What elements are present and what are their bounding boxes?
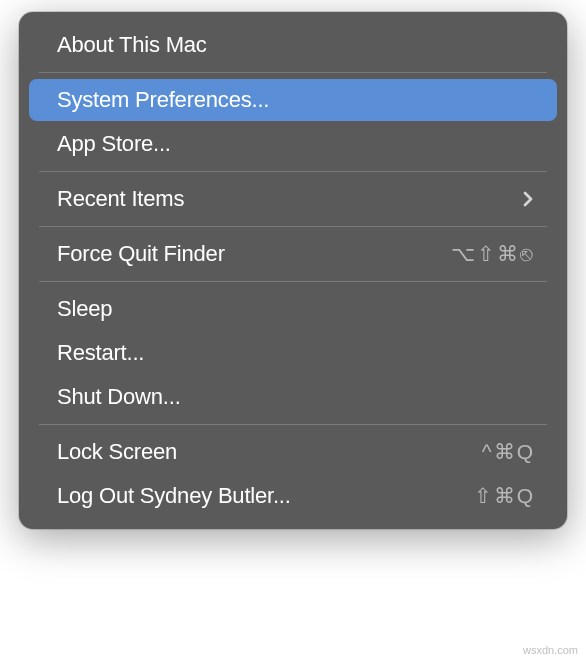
menu-item-label: Log Out Sydney Butler... — [57, 483, 291, 509]
menu-item-label: Sleep — [57, 296, 112, 322]
menu-item-recent-items[interactable]: Recent Items — [29, 178, 557, 220]
menu-item-restart[interactable]: Restart... — [29, 332, 557, 374]
menu-divider — [39, 226, 547, 227]
keyboard-shortcut: ⇧⌘Q — [474, 484, 535, 508]
menu-item-label: Recent Items — [57, 186, 184, 212]
chevron-right-icon — [521, 189, 535, 209]
watermark-text: wsxdn.com — [523, 644, 578, 656]
keyboard-shortcut: ⌥⇧⌘⎋ — [451, 242, 535, 266]
menu-item-sleep[interactable]: Sleep — [29, 288, 557, 330]
menu-divider — [39, 72, 547, 73]
menu-item-lock-screen[interactable]: Lock Screen ^⌘Q — [29, 431, 557, 473]
menu-item-label: System Preferences... — [57, 87, 269, 113]
menu-item-shut-down[interactable]: Shut Down... — [29, 376, 557, 418]
menu-item-label: Force Quit Finder — [57, 241, 225, 267]
menu-item-force-quit-finder[interactable]: Force Quit Finder ⌥⇧⌘⎋ — [29, 233, 557, 275]
menu-item-app-store[interactable]: App Store... — [29, 123, 557, 165]
menu-item-label: App Store... — [57, 131, 171, 157]
menu-item-label: Lock Screen — [57, 439, 177, 465]
menu-item-system-preferences[interactable]: System Preferences... — [29, 79, 557, 121]
menu-divider — [39, 281, 547, 282]
menu-divider — [39, 171, 547, 172]
menu-item-label: About This Mac — [57, 32, 207, 58]
menu-item-about-this-mac[interactable]: About This Mac — [29, 24, 557, 66]
menu-divider — [39, 424, 547, 425]
menu-item-log-out[interactable]: Log Out Sydney Butler... ⇧⌘Q — [29, 475, 557, 517]
menu-item-label: Shut Down... — [57, 384, 181, 410]
menu-item-label: Restart... — [57, 340, 144, 366]
keyboard-shortcut: ^⌘Q — [482, 440, 535, 464]
apple-menu: About This Mac System Preferences... App… — [19, 12, 567, 529]
